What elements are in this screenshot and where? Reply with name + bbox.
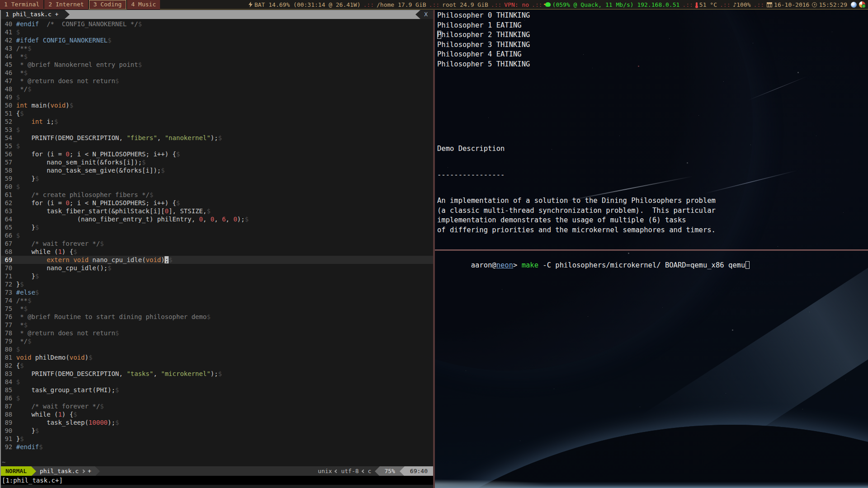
eol-marker: $ <box>207 313 210 320</box>
separator: .:: <box>682 1 693 8</box>
code-line[interactable]: 40#endif /* CONFIG_NANOKERNEL */$ <box>1 20 433 28</box>
line-number: 63 <box>1 207 12 215</box>
shell-prompt[interactable]: aaron@neon> make -C philosophers/microke… <box>437 253 750 277</box>
tray-updater-icon[interactable] <box>859 1 865 8</box>
horizontal-split-border[interactable] <box>435 249 868 251</box>
code-line[interactable]: 49$ <box>1 93 433 101</box>
network-status: (059% @ Quack, 11 Mb/s) 192.168.0.51 <box>552 1 680 8</box>
code-line[interactable]: 53$ <box>1 126 433 134</box>
chevron-left-icon <box>361 469 365 473</box>
tab-close-button[interactable]: X <box>420 10 433 19</box>
code-line[interactable]: 80$ <box>1 345 433 353</box>
code-line[interactable]: 82{$ <box>1 361 433 370</box>
code-line[interactable]: 46 *$ <box>1 69 433 77</box>
code-line[interactable]: 87 /* wait forever */$ <box>1 402 433 410</box>
status-bar: 1 Terminal 2 Internet 3 Coding 4 Music B… <box>0 0 868 9</box>
temperature: 51 °C <box>699 1 717 8</box>
code-line[interactable]: 76 * @brief Routine to start dining phil… <box>1 313 433 321</box>
code-line[interactable]: 55$ <box>1 142 433 150</box>
code-line[interactable]: 68 while (1) {$ <box>1 248 433 256</box>
eol-marker: $ <box>28 338 31 345</box>
disk-home: /home 17.9 GiB <box>377 1 426 8</box>
code-line[interactable]: 60$ <box>1 183 433 191</box>
code-line[interactable]: 74/**$ <box>1 296 433 305</box>
code-line[interactable]: 56 for (i = 0; i < N_PHILOSOPHERS; i++) … <box>1 150 433 158</box>
code-line[interactable]: 84$ <box>1 378 433 386</box>
code-line[interactable]: 72}$ <box>1 280 433 288</box>
workspace-4-music[interactable]: 4 Music <box>127 0 160 9</box>
code-line[interactable]: 52 int i;$ <box>1 117 433 126</box>
eol-marker: $ <box>35 224 39 231</box>
code-line[interactable]: 48 */$ <box>1 85 433 93</box>
code-line[interactable]: 77 *$ <box>1 321 433 329</box>
code-line[interactable]: 85 task_group_start(PHI);$ <box>1 386 433 394</box>
code-line[interactable]: 62 for (i = 0; i < N_PHILOSOPHERS; i++) … <box>1 199 433 207</box>
line-number: 84 <box>1 378 12 386</box>
eol-marker: $ <box>207 207 210 215</box>
line-number: 57 <box>1 158 12 166</box>
tray-bulb-icon[interactable] <box>851 2 857 8</box>
code-line[interactable]: 73#else$ <box>1 288 433 296</box>
eol-marker: $ <box>73 248 77 255</box>
line-number: 74 <box>1 296 12 305</box>
code-line[interactable]: 66$ <box>1 231 433 239</box>
terminal-window[interactable]: Philosopher 0 THINKINGPhilosopher 1 EATI… <box>435 10 868 488</box>
powerline-arrow-icon <box>31 466 36 476</box>
eol-marker: $ <box>100 403 104 410</box>
scroll-percent: 75% <box>380 466 399 476</box>
line-number: 60 <box>1 183 12 191</box>
code-line[interactable]: 81void philDemo(void)$ <box>1 353 433 361</box>
code-line[interactable]: 86$ <box>1 394 433 402</box>
line-number: 42 <box>1 36 12 44</box>
line-number: 71 <box>1 272 12 280</box>
code-line[interactable]: 41$ <box>1 28 433 36</box>
code-line[interactable]: 45 * @brief Nanokernel entry point$ <box>1 61 433 69</box>
code-line[interactable]: 50int main(void)$ <box>1 101 433 109</box>
screen-hardstatus: [1:phil_task.c+] <box>1 476 433 485</box>
code-line[interactable]: 71 }$ <box>1 272 433 280</box>
code-line[interactable]: 67 /* wait forever */$ <box>1 239 433 248</box>
eol-marker: $ <box>115 419 119 426</box>
code-line[interactable]: 78 * @return does not return$ <box>1 329 433 337</box>
vim-window[interactable]: 1 phil_task.c + X 40#endif /* CONFIG_NAN… <box>0 10 433 488</box>
code-line[interactable]: 42#ifdef CONFIG_NANOKERNEL$ <box>1 36 433 44</box>
vim-tab-current[interactable]: 1 phil_task.c + <box>1 10 65 19</box>
code-line[interactable]: 75 *$ <box>1 305 433 313</box>
chevron-right-icon <box>81 469 85 473</box>
code-line[interactable]: 57 nano_sem_init(&forks[i]);$ <box>1 158 433 166</box>
code-line[interactable]: 79 */$ <box>1 337 433 345</box>
code-line[interactable]: 90 }$ <box>1 427 433 435</box>
code-line[interactable]: 69 extern void nano_cpu_idle(void);$ <box>1 256 433 264</box>
code-line[interactable]: 51{$ <box>1 109 433 117</box>
code-line[interactable]: 88 while (1) {$ <box>1 410 433 418</box>
eol-marker: $ <box>39 443 42 450</box>
code-line[interactable]: 89 task_sleep(10000);$ <box>1 418 433 427</box>
code-line[interactable]: 61 /* create philosopher fibers */$ <box>1 191 433 199</box>
code-area[interactable]: 40#endif /* CONFIG_NANOKERNEL */$41$42#i… <box>1 19 433 458</box>
code-line[interactable]: 54 PRINTF(DEMO_DESCRIPTION, "fibers", "n… <box>1 134 433 142</box>
code-line[interactable]: 58 nano_task_sem_give(&forks[i]);$ <box>1 166 433 174</box>
code-line[interactable]: 63 task_fiber_start(&philStack[i][0], ST… <box>1 207 433 215</box>
separator: .:: <box>363 1 374 8</box>
code-line[interactable]: 47 * @return does not return$ <box>1 77 433 85</box>
eol-marker: $ <box>20 362 24 369</box>
code-line[interactable]: 70 nano_cpu_idle();$ <box>1 264 433 272</box>
code-line[interactable]: 64 (nano_fiber_entry_t) philEntry, 0, 0,… <box>1 215 433 223</box>
workspace-2-internet[interactable]: 2 Internet <box>44 0 88 9</box>
code-line[interactable]: 59 }$ <box>1 174 433 183</box>
code-line[interactable]: 91}$ <box>1 435 433 443</box>
code-line[interactable]: 83 PRINTF(DEMO_DESCRIPTION, "tasks", "mi… <box>1 370 433 378</box>
line-number: 62 <box>1 199 12 207</box>
code-line[interactable]: 43/**$ <box>1 44 433 52</box>
line-number: 52 <box>1 117 12 126</box>
code-line[interactable]: 92#endif$ <box>1 443 433 451</box>
eol-marker: $ <box>35 427 39 434</box>
vim-cursor: ; <box>165 256 168 263</box>
demo-text-line: of differing priorities and the microker… <box>437 225 716 235</box>
line-number: 77 <box>1 321 12 329</box>
workspace-1-terminal[interactable]: 1 Terminal <box>0 0 43 9</box>
code-line[interactable]: 44 *$ <box>1 52 433 61</box>
code-line[interactable]: 65 }$ <box>1 223 433 231</box>
line-number: 66 <box>1 231 12 239</box>
workspace-3-coding[interactable]: 3 Coding <box>89 0 127 9</box>
